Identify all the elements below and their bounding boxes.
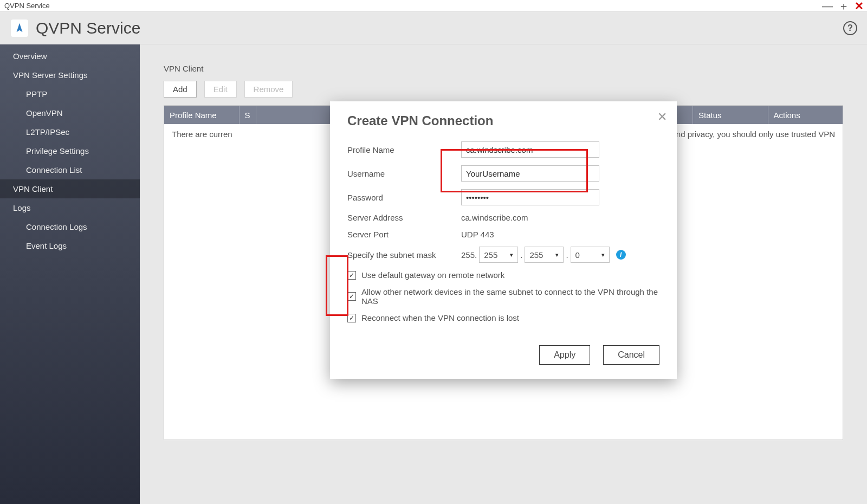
subnet-prefix: 255. bbox=[461, 250, 477, 260]
username-input[interactable] bbox=[461, 165, 599, 182]
sidebar-item-openvpn[interactable]: OpenVPN bbox=[0, 104, 140, 122]
edit-button[interactable]: Edit bbox=[204, 81, 237, 98]
subnet-select-2[interactable]: 255▾ bbox=[525, 247, 564, 263]
sidebar: Overview VPN Server Settings PPTP OpenVP… bbox=[0, 44, 140, 504]
server-port-value: UDP 443 bbox=[461, 230, 659, 239]
password-input[interactable] bbox=[461, 189, 599, 205]
col-actions[interactable]: Actions bbox=[768, 106, 843, 124]
label-default-gateway: Use default gateway on remote network bbox=[361, 270, 504, 280]
sidebar-item-connection-list[interactable]: Connection List bbox=[0, 160, 140, 179]
app-header: QVPN Service ? bbox=[0, 12, 867, 44]
app-title: QVPN Service bbox=[36, 19, 140, 37]
help-icon[interactable]: ? bbox=[843, 21, 857, 35]
sidebar-item-event-logs[interactable]: Event Logs bbox=[0, 236, 140, 255]
server-address-value: ca.windscribe.com bbox=[461, 213, 659, 222]
chevron-down-icon: ▾ bbox=[510, 251, 513, 259]
subnet-select-1[interactable]: 255▾ bbox=[479, 247, 518, 263]
apply-button[interactable]: Apply bbox=[539, 345, 590, 365]
label-profile-name: Profile Name bbox=[347, 145, 461, 154]
dialog-close-icon[interactable]: ✕ bbox=[657, 111, 667, 123]
sidebar-item-privilege-settings[interactable]: Privilege Settings bbox=[0, 141, 140, 160]
label-subnet: Specify the subnet mask bbox=[347, 250, 461, 260]
section-title: VPN Client bbox=[164, 64, 843, 73]
create-vpn-connection-dialog: Create VPN Connection ✕ Profile Name Use… bbox=[330, 101, 677, 379]
dialog-title: Create VPN Connection bbox=[347, 113, 659, 128]
label-password: Password bbox=[347, 193, 461, 202]
info-icon[interactable]: i bbox=[616, 250, 626, 260]
subnet-select-3[interactable]: 0▾ bbox=[571, 247, 610, 263]
window-close-icon[interactable]: ✕ bbox=[855, 1, 864, 11]
sidebar-item-pptp[interactable]: PPTP bbox=[0, 85, 140, 104]
sidebar-item-vpn-server-settings[interactable]: VPN Server Settings bbox=[0, 66, 140, 85]
window-title: QVPN Service bbox=[4, 2, 50, 10]
app-icon bbox=[11, 20, 28, 37]
sidebar-item-l2tp-ipsec[interactable]: L2TP/IPSec bbox=[0, 122, 140, 141]
checkbox-allow-subnet[interactable]: ✓ bbox=[347, 292, 356, 301]
col-status[interactable]: Status bbox=[693, 106, 768, 124]
col-s[interactable]: S bbox=[240, 106, 256, 124]
sidebar-item-overview[interactable]: Overview bbox=[0, 47, 140, 66]
sidebar-item-connection-logs[interactable]: Connection Logs bbox=[0, 217, 140, 236]
chevron-down-icon: ▾ bbox=[601, 251, 605, 259]
window-minimize-icon[interactable]: — bbox=[822, 1, 833, 11]
window-maximize-icon[interactable]: ＋ bbox=[838, 1, 849, 11]
remove-button[interactable]: Remove bbox=[244, 81, 293, 98]
cancel-button[interactable]: Cancel bbox=[603, 345, 659, 365]
col-profile-name[interactable]: Profile Name bbox=[164, 106, 240, 124]
checkbox-default-gateway[interactable]: ✓ bbox=[347, 271, 356, 280]
checkbox-reconnect[interactable]: ✓ bbox=[347, 314, 356, 322]
label-allow-subnet: Allow other network devices in the same … bbox=[361, 287, 659, 306]
chevron-down-icon: ▾ bbox=[555, 251, 559, 259]
label-server-address: Server Address bbox=[347, 213, 461, 222]
label-reconnect: Reconnect when the VPN connection is los… bbox=[361, 313, 519, 322]
sidebar-item-logs[interactable]: Logs bbox=[0, 198, 140, 217]
label-server-port: Server Port bbox=[347, 230, 461, 239]
sidebar-item-vpn-client[interactable]: VPN Client bbox=[0, 179, 140, 198]
main-content: VPN Client Add Edit Remove Profile Name … bbox=[140, 44, 867, 504]
label-username: Username bbox=[347, 169, 461, 178]
add-button[interactable]: Add bbox=[164, 81, 197, 98]
toolbar: Add Edit Remove bbox=[164, 81, 843, 98]
profile-name-input[interactable] bbox=[461, 141, 599, 158]
window-titlebar: QVPN Service — ＋ ✕ bbox=[0, 0, 867, 12]
